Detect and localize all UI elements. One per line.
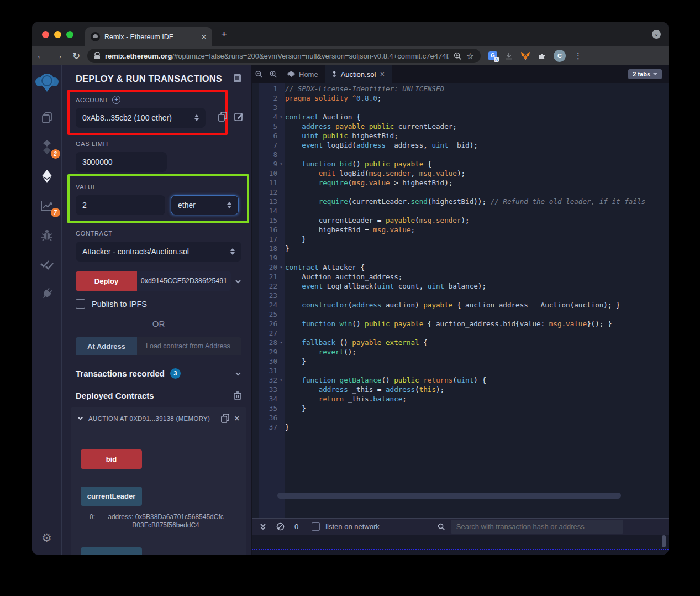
contract-select[interactable]: Attacker - contracts/Auction.sol: [76, 242, 241, 262]
new-tab-button[interactable]: +: [221, 29, 227, 39]
listen-network-checkbox[interactable]: [312, 522, 320, 531]
code-line[interactable]: 16 highestBid = msg.value;: [252, 225, 669, 234]
publish-ipfs-checkbox[interactable]: [76, 299, 85, 309]
profile-avatar[interactable]: C: [554, 50, 566, 62]
code-line[interactable]: 14: [252, 206, 669, 216]
code-line[interactable]: 8: [252, 150, 669, 159]
account-select[interactable]: 0xAb8...35cb2 (100 ether): [76, 108, 206, 128]
metamask-icon[interactable]: [520, 51, 530, 60]
code-line[interactable]: 28▾ fallback () payable external {: [252, 338, 669, 347]
debugger-bug-icon[interactable]: [38, 227, 56, 243]
code-line[interactable]: 26 function win() public payable { aucti…: [252, 319, 669, 328]
code-line[interactable]: 22 event LogFallback(uint count, uint ba…: [252, 281, 669, 291]
code-line[interactable]: 9▾ function bid() public payable {: [252, 159, 669, 169]
terminal-content[interactable]: [252, 535, 669, 555]
horizontal-scrollbar[interactable]: [277, 493, 621, 499]
forward-icon[interactable]: →: [50, 50, 67, 61]
code-line[interactable]: 3: [252, 103, 669, 112]
url-bar[interactable]: remix.ethereum.org/#optimize=false&runs=…: [87, 49, 481, 63]
copy-account-icon[interactable]: [218, 112, 227, 122]
value-input[interactable]: 2: [76, 195, 165, 215]
code-line[interactable]: 10 emit logBid(msg.sender, msg.value);: [252, 169, 669, 178]
value-unit-select[interactable]: ether: [171, 195, 239, 215]
unit-testing-icon[interactable]: [38, 256, 56, 273]
reload-icon[interactable]: ↻: [67, 50, 85, 62]
tab-close-icon[interactable]: ✕: [380, 71, 385, 78]
plugin-manager-icon[interactable]: [38, 285, 56, 302]
current-leader-function-button[interactable]: currentLeader: [81, 487, 142, 506]
deploy-button[interactable]: Deploy: [76, 271, 137, 291]
chevron-down-icon[interactable]: [235, 278, 241, 285]
at-address-button[interactable]: At Address: [76, 337, 137, 355]
tab-home[interactable]: Home: [281, 65, 325, 83]
trash-icon[interactable]: [234, 391, 241, 400]
code-line[interactable]: 15 currentLeader = payable(msg.sender);: [252, 216, 669, 225]
settings-gear-icon[interactable]: ⚙: [41, 531, 52, 545]
code-line[interactable]: 24 constructor(address auction) payable …: [252, 300, 669, 310]
code-line[interactable]: 6 uint public highestBid;: [252, 131, 669, 140]
code-line[interactable]: 7 event logBid(address _address, uint _b…: [252, 140, 669, 150]
remove-instance-icon[interactable]: ✕: [234, 415, 240, 422]
tab-search-icon[interactable]: ⌄: [652, 30, 661, 39]
code-line[interactable]: 31: [252, 366, 669, 375]
at-address-input[interactable]: Load contract from Address: [137, 337, 241, 355]
zoom-page-icon[interactable]: [454, 52, 462, 60]
code-line[interactable]: 2pragma solidity ^0.8.0;: [252, 93, 669, 103]
extensions-puzzle-icon[interactable]: [538, 51, 546, 60]
back-icon[interactable]: ←: [32, 50, 50, 61]
code-line[interactable]: 32▾ function getBalance() public returns…: [252, 375, 669, 385]
code-line[interactable]: 12: [252, 187, 669, 197]
code-line[interactable]: 4▾contract Auction {: [252, 112, 669, 122]
code-line[interactable]: 13 require(currentLeader.send(highestBid…: [252, 197, 669, 206]
code-line[interactable]: 37}: [252, 422, 669, 432]
code-line[interactable]: 21 Auction auction_address;: [252, 272, 669, 281]
code-line[interactable]: 17 }: [252, 234, 669, 244]
code-line[interactable]: 19: [252, 253, 669, 263]
translate-extension-icon[interactable]: G: [488, 51, 497, 60]
code-line[interactable]: 27: [252, 328, 669, 338]
code-line[interactable]: 5 address payable public currentLeader;: [252, 122, 669, 131]
sign-message-icon[interactable]: [234, 112, 244, 121]
download-icon[interactable]: [504, 51, 513, 60]
expand-terminal-icon[interactable]: [260, 523, 266, 531]
code-line[interactable]: 34 return _this.balance;: [252, 394, 669, 404]
minimize-window-button[interactable]: [54, 31, 61, 38]
clear-console-icon[interactable]: [276, 522, 285, 531]
code-line[interactable]: 1// SPDX-License-Identifier: UNLICENSED: [252, 84, 669, 93]
code-editor[interactable]: 1// SPDX-License-Identifier: UNLICENSED2…: [252, 83, 669, 518]
copy-instance-icon[interactable]: [221, 414, 229, 423]
zoom-out-icon[interactable]: [252, 70, 266, 79]
remix-logo-icon[interactable]: [35, 72, 59, 94]
code-line[interactable]: 35 }: [252, 404, 669, 413]
code-line[interactable]: 29 revert();: [252, 347, 669, 357]
code-line[interactable]: 20▾contract Attacker {: [252, 263, 669, 272]
documentation-icon[interactable]: [233, 74, 241, 83]
gas-limit-input[interactable]: 3000000: [76, 152, 167, 172]
file-explorer-icon[interactable]: [38, 109, 56, 126]
browser-tab[interactable]: Remix - Ethereum IDE ✕: [85, 27, 212, 46]
add-account-icon[interactable]: +: [112, 96, 120, 104]
deploy-run-icon[interactable]: [38, 168, 56, 185]
deploy-arg-input[interactable]: 0xd9145CCE52D386f25491: [137, 271, 231, 291]
code-line[interactable]: 18}: [252, 244, 669, 253]
bid-function-button[interactable]: bid: [81, 449, 142, 469]
code-line[interactable]: 25: [252, 310, 669, 319]
close-window-button[interactable]: [42, 31, 49, 38]
tabs-dropdown-button[interactable]: 2 tabs: [628, 69, 662, 79]
vertical-scrollbar[interactable]: [662, 535, 666, 547]
tab-close-icon[interactable]: ✕: [201, 33, 207, 41]
listen-network-toggle[interactable]: listen on network: [312, 522, 380, 531]
highest-bid-function-button[interactable]: highestBid: [81, 547, 142, 555]
solidity-compiler-icon[interactable]: 2: [38, 139, 56, 155]
code-line[interactable]: 11 require(msg.value > highestBid);: [252, 178, 669, 187]
instance-chevron-icon[interactable]: [77, 415, 83, 421]
code-line[interactable]: 30 }: [252, 357, 669, 366]
static-analysis-icon[interactable]: 7: [38, 197, 56, 214]
chevron-down-icon[interactable]: [235, 370, 241, 377]
bookmark-star-icon[interactable]: ☆: [466, 51, 474, 61]
code-line[interactable]: 36: [252, 413, 669, 422]
zoom-window-button[interactable]: [66, 31, 73, 38]
tab-auction-sol[interactable]: Auction.sol ✕: [325, 65, 392, 83]
zoom-in-icon[interactable]: [266, 70, 281, 79]
browser-menu-icon[interactable]: ⋮: [574, 51, 582, 61]
